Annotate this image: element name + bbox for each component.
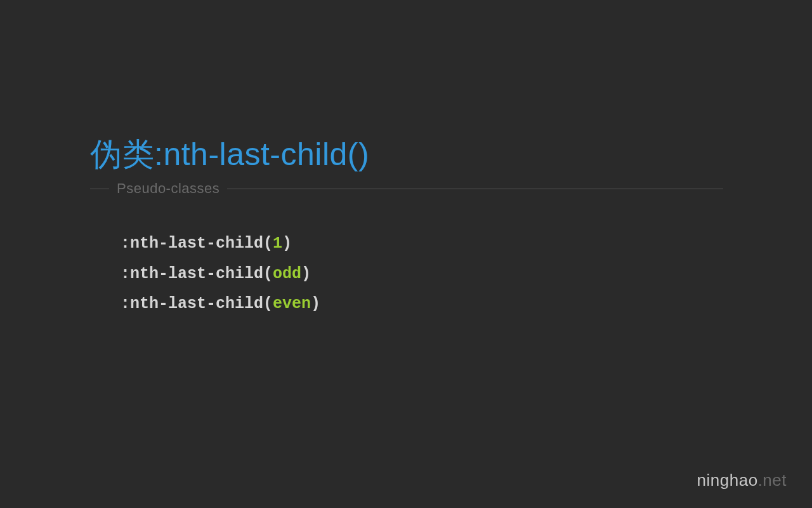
code-line: :nth-last-child(1) xyxy=(121,229,320,259)
subtitle-row: Pseudo-classes xyxy=(90,180,723,197)
code-suffix: ) xyxy=(311,295,320,313)
code-arg: even xyxy=(273,295,311,313)
watermark-brand: ninghao xyxy=(697,471,758,490)
divider-right xyxy=(227,189,723,189)
watermark-domain: .net xyxy=(758,471,787,490)
code-suffix: ) xyxy=(282,234,292,253)
slide-title: 伪类:nth-last-child() xyxy=(90,133,369,176)
slide-subtitle: Pseudo-classes xyxy=(117,180,219,197)
watermark: ninghao.net xyxy=(697,471,787,490)
code-arg: odd xyxy=(273,265,301,283)
code-prefix: :nth-last-child( xyxy=(121,234,273,253)
code-line: :nth-last-child(even) xyxy=(121,289,320,319)
code-suffix: ) xyxy=(301,265,311,283)
code-arg: 1 xyxy=(273,234,282,253)
slide: 伪类:nth-last-child() Pseudo-classes :nth-… xyxy=(0,0,812,508)
divider-left xyxy=(90,189,109,189)
code-block: :nth-last-child(1) :nth-last-child(odd) … xyxy=(121,229,320,319)
code-prefix: :nth-last-child( xyxy=(121,295,273,313)
code-prefix: :nth-last-child( xyxy=(121,265,273,283)
code-line: :nth-last-child(odd) xyxy=(121,259,320,290)
